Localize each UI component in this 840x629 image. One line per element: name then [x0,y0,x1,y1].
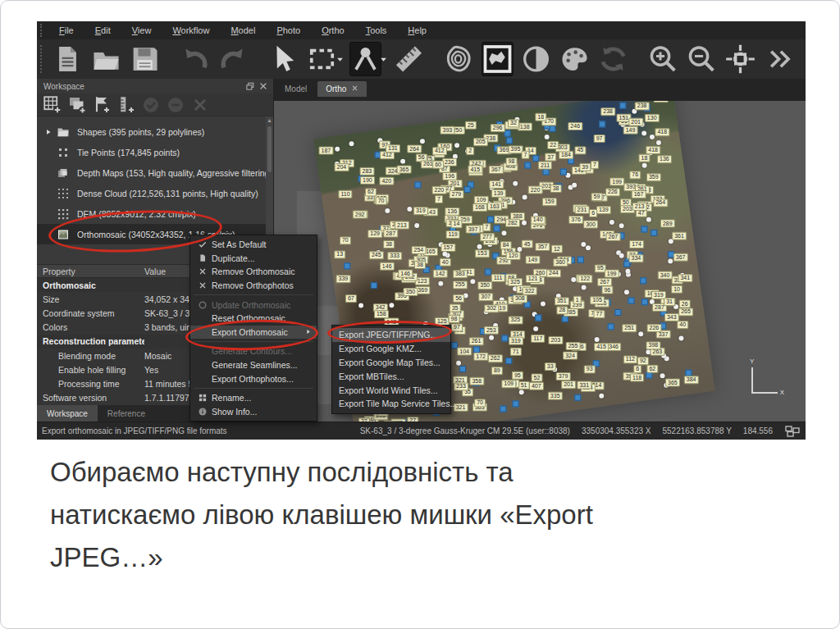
numbered-marker-label[interactable]: 376 [569,216,584,224]
numbered-marker-label[interactable]: 119 [446,230,460,239]
numbered-marker-label[interactable]: 38 [414,261,426,269]
numbered-marker-label[interactable]: 340 [658,271,673,280]
numbered-marker-label[interactable]: 204 [334,163,349,171]
numbered-marker-label[interactable]: 105 [590,296,605,304]
toolbar-drag-handle[interactable] [40,45,45,73]
camera-marker[interactable] [562,316,568,322]
deactivate-button[interactable] [165,95,186,115]
numbered-marker-label[interactable]: 393 [441,126,455,134]
numbered-marker-label[interactable]: 93 [584,365,596,373]
numbered-marker-label[interactable]: 167 [631,190,646,198]
numbered-marker-label[interactable]: 112 [623,356,637,364]
numbered-marker-label[interactable]: 187 [318,146,333,154]
numbered-marker-label[interactable]: 236 [442,158,457,166]
camera-marker[interactable] [493,226,500,232]
numbered-marker-label[interactable]: 322 [523,287,537,295]
submenu-item[interactable]: Export World Wind Tiles... [332,383,450,397]
numbered-marker-label[interactable]: 341 [678,274,693,282]
numbered-marker-label[interactable]: 220 [431,186,446,194]
numbered-marker-label[interactable]: 56 [453,294,464,303]
numbered-marker-label[interactable]: 139 [491,189,506,197]
menubar-drag-handle[interactable] [40,24,45,36]
numbered-marker-label[interactable]: 38 [550,185,562,193]
numbered-marker-label[interactable]: 104 [457,347,472,355]
numbered-marker-label[interactable]: 111 [491,274,504,282]
close-panel-icon[interactable] [257,80,270,92]
add-scalebar-button[interactable] [116,95,137,115]
numbered-marker-label[interactable]: 109 [502,381,517,389]
numbered-marker-label[interactable]: 45 [575,146,587,154]
numbered-marker-label[interactable]: 6 [633,366,641,374]
camera-marker[interactable] [608,324,614,330]
camera-marker[interactable] [641,299,648,305]
numbered-marker-label[interactable]: 37 [545,153,556,161]
numbered-marker-label[interactable]: 307 [479,293,494,301]
context-menu-item[interactable]: Set As Default [190,238,317,252]
numbered-marker-label[interactable]: 153 [475,249,490,258]
submenu-item[interactable]: Export Google KMZ... [332,342,450,356]
numbered-marker-label[interactable]: 138 [518,122,532,130]
open-folder-button[interactable] [91,43,121,75]
numbered-marker-label[interactable]: 407 [529,382,544,390]
numbered-marker-label[interactable]: 357 [536,243,550,251]
expand-icon[interactable] [45,129,57,135]
numbered-marker-label[interactable]: 35 [449,304,460,312]
numbered-marker-label[interactable]: 267 [605,233,620,241]
menu-help[interactable]: Help [397,24,437,37]
numbered-marker-label[interactable]: 149 [525,256,540,264]
camera-marker[interactable] [600,121,606,128]
menu-tools[interactable]: Tools [355,24,398,37]
numbered-marker-label[interactable]: 158 [374,310,389,318]
add-photos-button[interactable] [66,95,88,115]
numbered-marker-label[interactable]: 149 [623,126,637,134]
delete-button[interactable] [189,95,211,115]
numbered-marker-label[interactable]: 292 [353,211,368,219]
numbered-marker-label[interactable]: 279 [449,190,463,198]
numbered-marker-label[interactable]: 129 [368,230,382,239]
tiles-grid-icon[interactable] [784,425,801,438]
numbered-marker-label[interactable]: 40 [677,321,688,329]
numbered-marker-label[interactable]: 369 [416,286,431,294]
numbered-marker-label[interactable]: 335 [548,391,563,399]
viewport-tab-model[interactable]: Model [276,81,315,97]
numbered-marker-label[interactable]: 231 [575,206,590,214]
numbered-marker-label[interactable]: 118 [630,373,644,381]
camera-marker[interactable] [614,309,621,316]
numbered-marker-label[interactable]: 319 [509,337,524,345]
numbered-marker-label[interactable]: 153 [654,101,669,103]
numbered-marker-label[interactable]: 367 [489,166,504,174]
camera-marker[interactable] [641,278,647,285]
numbered-marker-label[interactable]: 397 [466,226,481,234]
numbered-marker-label[interactable]: 412 [433,148,448,156]
numbered-marker-label[interactable]: 245 [369,251,384,259]
numbered-marker-label[interactable]: 287 [384,230,399,238]
numbered-marker-label[interactable]: 283 [360,167,375,175]
dropdown-caret-icon[interactable] [380,56,388,63]
menu-file[interactable]: File [48,24,84,37]
numbered-marker-label[interactable]: 360 [554,258,568,267]
numbered-marker-label[interactable]: 25 [464,121,476,130]
numbered-marker-label[interactable]: 351 [555,298,569,306]
menu-workflow[interactable]: Workflow [162,24,220,37]
numbered-marker-label[interactable]: 289 [660,220,675,228]
numbered-marker-label[interactable]: 142 [433,270,448,278]
numbered-marker-label[interactable]: 10 [672,285,683,294]
numbered-marker-label[interactable]: 418 [655,128,670,136]
submenu-item[interactable]: Export JPEG/TIFF/PNG... [332,328,450,342]
numbered-marker-label[interactable]: 365 [396,165,411,173]
camera-marker[interactable] [535,315,541,321]
numbered-marker-label[interactable]: 359 [646,173,661,181]
numbered-marker-label[interactable]: 18 [535,113,546,121]
numbered-marker-label[interactable]: 199 [605,270,619,278]
context-menu-item[interactable]: Export Orthophotos... [190,371,317,385]
numbered-marker-label[interactable]: 282 [505,219,520,227]
add-chunk-button[interactable] [42,95,63,115]
viewport-tab-ortho[interactable]: Ortho [317,81,367,97]
numbered-marker-label[interactable]: 141 [489,180,504,189]
numbered-marker-label[interactable]: 159 [542,198,557,207]
numbered-marker-label[interactable]: 76 [629,171,641,179]
numbered-marker-label[interactable]: 146 [399,269,413,277]
camera-marker[interactable] [504,130,511,136]
add-marker-button[interactable] [91,95,112,115]
numbered-marker-label[interactable]: 334 [628,254,643,262]
